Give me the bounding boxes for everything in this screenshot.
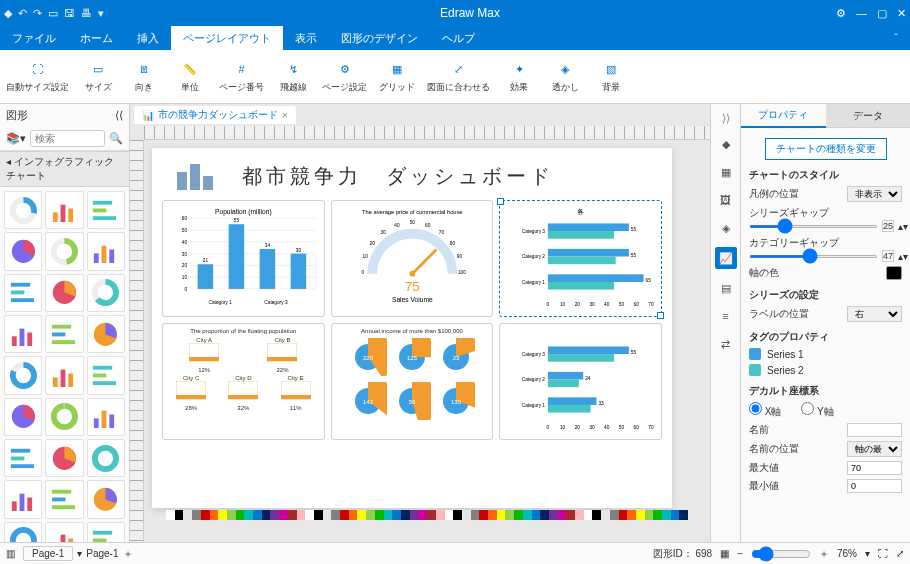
ribbon-effect[interactable]: ✦効果 <box>502 59 536 94</box>
color-swatch[interactable] <box>349 510 358 520</box>
ribbon-watermark[interactable]: ◈透かし <box>548 59 582 94</box>
color-swatch[interactable] <box>645 510 654 520</box>
style-icon[interactable]: ◆ <box>717 135 735 153</box>
color-swatch[interactable] <box>236 510 245 520</box>
shape-thumb[interactable] <box>45 232 83 270</box>
view-icon[interactable]: ▦ <box>720 548 729 559</box>
color-swatch[interactable] <box>262 510 271 520</box>
series-gap-slider[interactable] <box>749 225 878 228</box>
shape-thumb[interactable] <box>4 522 42 542</box>
shape-thumb[interactable] <box>45 274 83 312</box>
search-icon[interactable]: 🔍 <box>109 132 123 145</box>
label-pos-select[interactable]: 右 <box>847 306 902 322</box>
shapes-panel-collapse-icon[interactable]: ⟨⟨ <box>115 109 123 122</box>
library-icon[interactable]: 📚▾ <box>6 132 26 145</box>
shuffle-icon[interactable]: ⇄ <box>717 335 735 353</box>
category-gap-slider[interactable] <box>749 255 878 258</box>
color-swatch[interactable] <box>392 510 401 520</box>
shape-thumb[interactable] <box>87 480 125 518</box>
ribbon-background[interactable]: ▧背景 <box>594 59 628 94</box>
tab-data[interactable]: データ <box>826 104 911 128</box>
tab-properties[interactable]: プロパティ <box>741 104 826 128</box>
color-swatch[interactable] <box>497 510 506 520</box>
ribbon-unit[interactable]: 📏単位 <box>173 59 207 94</box>
color-swatch[interactable] <box>401 510 410 520</box>
color-swatch[interactable] <box>436 510 445 520</box>
layers-icon[interactable]: ◈ <box>717 219 735 237</box>
axis-name-input[interactable] <box>847 423 902 437</box>
menu-shapedesign[interactable]: 図形のデザイン <box>329 26 430 50</box>
stepper-icon[interactable]: ▴▾ <box>898 251 908 262</box>
min-value-input[interactable] <box>847 479 902 493</box>
zoom-dropdown-icon[interactable]: ▾ <box>865 548 870 559</box>
color-swatch[interactable] <box>636 510 645 520</box>
shape-thumb[interactable] <box>87 274 125 312</box>
ribbon-pageno[interactable]: #ページ番号 <box>219 59 264 94</box>
shape-thumb[interactable] <box>87 439 125 477</box>
color-swatch[interactable] <box>540 510 549 520</box>
color-swatch[interactable] <box>418 510 427 520</box>
color-swatch[interactable] <box>653 510 662 520</box>
shape-thumb[interactable] <box>4 191 42 229</box>
shape-thumb[interactable] <box>45 439 83 477</box>
fullscreen-icon[interactable]: ⤢ <box>896 548 904 559</box>
open-icon[interactable]: ▭ <box>48 7 58 20</box>
shape-thumb[interactable] <box>45 191 83 229</box>
shape-thumb[interactable] <box>87 315 125 353</box>
shape-thumb[interactable] <box>4 439 42 477</box>
color-swatch[interactable] <box>384 510 393 520</box>
color-swatch[interactable] <box>671 510 680 520</box>
chart-icon[interactable]: 📈 <box>715 247 737 269</box>
page-tab-select[interactable]: Page-1 <box>23 546 73 561</box>
series-gap-value[interactable]: 25 <box>882 220 894 232</box>
color-swatch[interactable] <box>357 510 366 520</box>
shape-thumb[interactable] <box>87 232 125 270</box>
maximize-icon[interactable]: ▢ <box>877 7 887 20</box>
document-tab[interactable]: 📊 市の競争力ダッシュボード × <box>134 106 296 124</box>
image-icon[interactable]: 🖼 <box>717 191 735 209</box>
color-swatch[interactable] <box>610 510 619 520</box>
print-icon[interactable]: 🖶 <box>81 7 92 19</box>
shape-search-input[interactable] <box>30 130 105 147</box>
color-swatch[interactable] <box>314 510 323 520</box>
color-swatch[interactable] <box>270 510 279 520</box>
color-swatch[interactable] <box>627 510 636 520</box>
ribbon-jumpline[interactable]: ↯飛越線 <box>276 59 310 94</box>
shape-thumb[interactable] <box>87 191 125 229</box>
shape-thumb[interactable] <box>4 398 42 436</box>
shape-thumb[interactable] <box>45 398 83 436</box>
color-swatch[interactable] <box>297 510 306 520</box>
color-swatch[interactable] <box>549 510 558 520</box>
menu-collapse-icon[interactable]: ˇ <box>882 26 910 50</box>
color-swatch[interactable] <box>201 510 210 520</box>
shape-thumb[interactable] <box>45 315 83 353</box>
minimize-icon[interactable]: — <box>856 7 867 20</box>
shape-thumb[interactable] <box>4 315 42 353</box>
color-swatch[interactable] <box>488 510 497 520</box>
page-dropdown-icon[interactable]: ▾ <box>77 548 82 559</box>
color-swatch[interactable] <box>584 510 593 520</box>
color-swatch[interactable] <box>305 510 314 520</box>
page-tab[interactable]: Page-1 <box>86 548 118 559</box>
menu-view[interactable]: 表示 <box>283 26 329 50</box>
shape-thumb[interactable] <box>87 522 125 542</box>
doc-tab-close-icon[interactable]: × <box>282 110 288 121</box>
color-palette-bar[interactable] <box>152 508 702 522</box>
color-swatch[interactable] <box>558 510 567 520</box>
shape-thumb[interactable] <box>4 356 42 394</box>
color-swatch[interactable] <box>679 510 688 520</box>
align-icon[interactable]: ≡ <box>717 307 735 325</box>
save-icon[interactable]: 🖫 <box>64 7 75 19</box>
color-swatch[interactable] <box>662 510 671 520</box>
shape-thumb[interactable] <box>45 522 83 542</box>
dashboard-card[interactable]: Annual income of more than $100,00022012… <box>331 323 494 440</box>
canvas[interactable]: 都市競争力 ダッシュボード Population (million)010203… <box>144 140 710 542</box>
color-swatch[interactable] <box>227 510 236 520</box>
redo-icon[interactable]: ↷ <box>33 7 42 20</box>
shape-category[interactable]: ◂ インフォグラフィックチャート <box>0 151 129 187</box>
shape-thumb[interactable] <box>87 356 125 394</box>
menu-help[interactable]: ヘルプ <box>430 26 487 50</box>
yaxis-radio[interactable]: Y軸 <box>801 402 833 419</box>
dashboard-card[interactable]: Category 355Category 224Category 1330102… <box>499 323 662 440</box>
color-swatch[interactable] <box>619 510 628 520</box>
